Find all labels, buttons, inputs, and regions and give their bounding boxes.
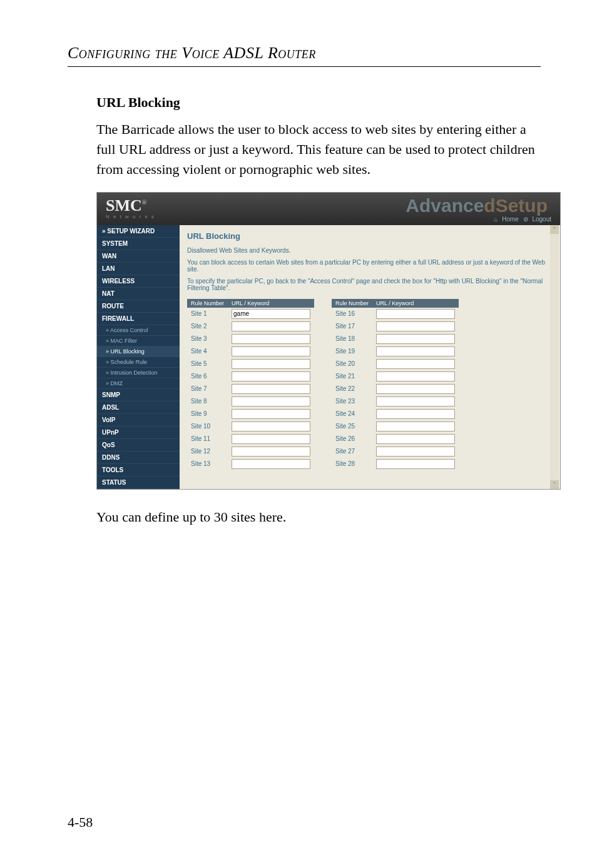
url-keyword-input[interactable] (376, 309, 455, 319)
sidebar: » SETUP WIZARDSYSTEMWANLANWIRELESSNATROU… (97, 225, 180, 489)
url-keyword-input[interactable] (232, 459, 310, 469)
th-url: URL / Keyword (228, 299, 314, 308)
rule-number-cell: Site 12 (187, 445, 228, 458)
url-keyword-input[interactable] (232, 447, 310, 457)
rule-number-cell: Site 22 (332, 383, 372, 395)
sidebar-item[interactable]: ROUTE (97, 300, 180, 313)
rule-number-cell: Site 6 (187, 370, 228, 383)
th-rule: Rule Number (332, 299, 372, 308)
sidebar-item[interactable]: WIRELESS (97, 275, 180, 288)
url-keyword-input[interactable] (232, 409, 310, 419)
header-links: ⌂ Home ⊘ Logout (491, 216, 551, 223)
url-keyword-input[interactable] (232, 359, 310, 369)
section-para-1: The Barricade allows the user to block a… (96, 119, 541, 179)
scrollbar[interactable]: ˄ ˅ (550, 225, 559, 489)
url-keyword-input[interactable] (376, 421, 455, 431)
sidebar-item[interactable]: LAN (97, 263, 180, 275)
sidebar-item[interactable]: SYSTEM (97, 238, 180, 250)
rule-number-cell: Site 10 (187, 420, 228, 433)
url-keyword-input[interactable] (232, 346, 310, 356)
rule-number-cell: Site 16 (332, 308, 372, 320)
sidebar-subitem[interactable]: » DMZ (97, 378, 180, 389)
content-text-1: You can block access to certain Web site… (187, 259, 553, 273)
scroll-down-icon[interactable]: ˅ (550, 480, 559, 489)
rule-number-cell: Site 2 (187, 320, 228, 333)
sidebar-subitem[interactable]: » Access Control (97, 325, 180, 336)
content-title: URL Blocking (187, 231, 553, 241)
url-keyword-input[interactable] (376, 359, 455, 369)
home-link[interactable]: ⌂ Home (494, 216, 519, 223)
content-panel: ˄ ˅ URL Blocking Disallowed Web Sites an… (180, 225, 560, 489)
sidebar-item[interactable]: STATUS (97, 477, 180, 489)
section-para-2: You can define up to 30 sites here. (96, 507, 541, 527)
rule-number-cell: Site 19 (332, 345, 372, 358)
url-keyword-input[interactable] (232, 321, 310, 331)
url-keyword-input[interactable] (232, 421, 310, 431)
rule-number-cell: Site 18 (332, 333, 372, 345)
url-keyword-input[interactable] (232, 434, 310, 444)
sidebar-item[interactable]: UPnP (97, 426, 180, 439)
sidebar-item[interactable]: TOOLS (97, 464, 180, 477)
content-text-2: To specify the particular PC, go back to… (187, 278, 553, 291)
rule-number-cell: Site 8 (187, 395, 228, 408)
sidebar-item[interactable]: VoIP (97, 414, 180, 426)
url-keyword-input[interactable] (376, 396, 455, 406)
url-keyword-input[interactable] (376, 409, 455, 419)
rule-number-cell: Site 20 (332, 358, 372, 370)
header-rule (68, 66, 541, 67)
sidebar-item[interactable]: WAN (97, 250, 180, 263)
rule-number-cell: Site 26 (332, 433, 372, 445)
rule-number-cell: Site 5 (187, 358, 228, 370)
sidebar-subitem[interactable]: » Intrusion Detection (97, 368, 180, 378)
page-header: Configuring the Voice ADSL Router (68, 44, 541, 63)
sidebar-item[interactable]: » SETUP WIZARD (97, 225, 180, 238)
rule-number-cell: Site 21 (332, 370, 372, 383)
screenshot-header: SMC® N e t w o r k s AdvancedSetup ⌂ Hom… (97, 193, 560, 225)
rule-number-cell: Site 25 (332, 420, 372, 433)
url-keyword-input[interactable] (376, 384, 455, 394)
rule-number-cell: Site 24 (332, 408, 372, 420)
sidebar-subitem[interactable]: » URL Blocking (97, 346, 180, 357)
rule-number-cell: Site 28 (332, 458, 372, 470)
advanced-setup-title: AdvancedSetup (406, 195, 548, 216)
url-keyword-input[interactable] (232, 384, 310, 394)
page-number: 4-58 (68, 814, 93, 830)
logout-link[interactable]: ⊘ Logout (523, 216, 551, 223)
scroll-up-icon[interactable]: ˄ (550, 225, 559, 234)
rule-number-cell: Site 3 (187, 333, 228, 345)
rule-number-cell: Site 9 (187, 408, 228, 420)
rule-number-cell: Site 1 (187, 308, 228, 320)
url-keyword-input[interactable] (232, 371, 310, 381)
content-subtitle: Disallowed Web Sites and Keywords. (187, 247, 553, 254)
url-keyword-input[interactable] (376, 321, 455, 331)
rule-number-cell: Site 4 (187, 345, 228, 358)
sidebar-subitem[interactable]: » MAC Filter (97, 336, 180, 346)
rule-number-cell: Site 23 (332, 395, 372, 408)
url-table-right: Rule NumberURL / Keyword Site 16Site 17S… (332, 299, 459, 470)
sidebar-item[interactable]: FIREWALL (97, 313, 180, 325)
url-keyword-input[interactable] (376, 459, 455, 469)
sidebar-subitem[interactable]: » Schedule Rule (97, 357, 180, 368)
sidebar-item[interactable]: NAT (97, 288, 180, 300)
url-table-left: Rule NumberURL / Keyword Site 1Site 2Sit… (187, 299, 314, 470)
sidebar-item[interactable]: DDNS (97, 452, 180, 464)
url-keyword-input[interactable] (232, 334, 310, 344)
url-keyword-input[interactable] (232, 396, 310, 406)
rule-number-cell: Site 11 (187, 433, 228, 445)
url-keyword-input[interactable] (376, 346, 455, 356)
sidebar-item[interactable]: QoS (97, 439, 180, 452)
logo-subtext: N e t w o r k s (106, 214, 155, 220)
th-rule: Rule Number (187, 299, 228, 308)
url-keyword-input[interactable] (376, 447, 455, 457)
sidebar-item[interactable]: ADSL (97, 401, 180, 414)
url-keyword-input[interactable] (232, 309, 310, 319)
url-keyword-input[interactable] (376, 371, 455, 381)
logo: SMC® (106, 196, 146, 215)
url-keyword-input[interactable] (376, 434, 455, 444)
router-screenshot: SMC® N e t w o r k s AdvancedSetup ⌂ Hom… (96, 192, 561, 490)
rule-number-cell: Site 7 (187, 383, 228, 395)
rule-number-cell: Site 13 (187, 458, 228, 470)
sidebar-item[interactable]: SNMP (97, 389, 180, 401)
th-url: URL / Keyword (372, 299, 459, 308)
url-keyword-input[interactable] (376, 334, 455, 344)
